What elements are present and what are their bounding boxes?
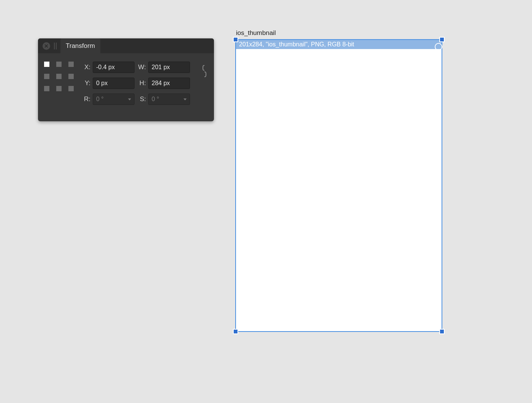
anchor-bottom-left-icon[interactable] bbox=[44, 86, 49, 91]
transform-panel-body: X: -0.4 px W: 201 px Y: 0 px H: 284 px R… bbox=[38, 53, 214, 106]
artboard-info-bar: 201x284, "ios_thumbnail", PNG, RGB 8-bit bbox=[236, 40, 442, 49]
anchor-bottom-center-icon[interactable] bbox=[56, 86, 62, 91]
x-label: X: bbox=[82, 63, 90, 71]
tab-transform[interactable]: Transform bbox=[60, 38, 100, 53]
rotate-handle-icon[interactable] bbox=[435, 43, 442, 51]
resize-handle-top-left[interactable] bbox=[233, 37, 238, 42]
anchor-middle-right-icon[interactable] bbox=[68, 74, 74, 79]
artboard: ios_thumbnail 201x284, "ios_thumbnail", … bbox=[235, 29, 442, 332]
chevron-down-icon bbox=[128, 98, 131, 100]
close-icon[interactable]: ✕ bbox=[43, 42, 50, 50]
anchor-top-right-icon[interactable] bbox=[68, 62, 74, 67]
shear-dropdown[interactable]: 0 ° bbox=[148, 94, 190, 105]
transform-fields: X: -0.4 px W: 201 px Y: 0 px H: 284 px R… bbox=[82, 61, 190, 106]
rotation-value: 0 ° bbox=[96, 96, 104, 103]
y-input[interactable]: 0 px bbox=[93, 78, 135, 89]
shear-value: 0 ° bbox=[152, 96, 159, 103]
drag-grip-icon[interactable] bbox=[54, 43, 57, 49]
artboard-title[interactable]: ios_thumbnail bbox=[236, 29, 442, 37]
s-label: S: bbox=[137, 95, 146, 103]
anchor-middle-left-icon[interactable] bbox=[44, 74, 49, 79]
reference-point-selector[interactable] bbox=[44, 62, 74, 91]
resize-handle-top-right[interactable] bbox=[439, 37, 445, 42]
h-label: H: bbox=[137, 79, 146, 87]
anchor-top-center-icon[interactable] bbox=[56, 62, 62, 67]
w-input[interactable]: 201 px bbox=[148, 62, 190, 73]
rotation-dropdown[interactable]: 0 ° bbox=[93, 94, 135, 105]
resize-handle-bottom-right[interactable] bbox=[439, 329, 445, 334]
link-dimensions-icon[interactable] bbox=[202, 65, 207, 78]
artboard-frame[interactable]: 201x284, "ios_thumbnail", PNG, RGB 8-bit bbox=[235, 39, 442, 332]
x-input[interactable]: -0.4 px bbox=[93, 62, 135, 73]
panel-tabbar: ✕ Transform bbox=[38, 38, 214, 53]
anchor-bottom-right-icon[interactable] bbox=[68, 86, 74, 91]
anchor-top-left-icon[interactable] bbox=[44, 62, 49, 67]
y-label: Y: bbox=[82, 79, 90, 87]
chevron-down-icon bbox=[184, 98, 187, 100]
anchor-center-icon[interactable] bbox=[56, 74, 62, 79]
h-input[interactable]: 284 px bbox=[148, 78, 190, 89]
w-label: W: bbox=[137, 63, 146, 71]
transform-panel: ✕ Transform X: -0.4 px W: 201 px Y: 0 px… bbox=[38, 38, 214, 121]
r-label: R: bbox=[82, 95, 90, 103]
resize-handle-bottom-left[interactable] bbox=[233, 329, 238, 334]
